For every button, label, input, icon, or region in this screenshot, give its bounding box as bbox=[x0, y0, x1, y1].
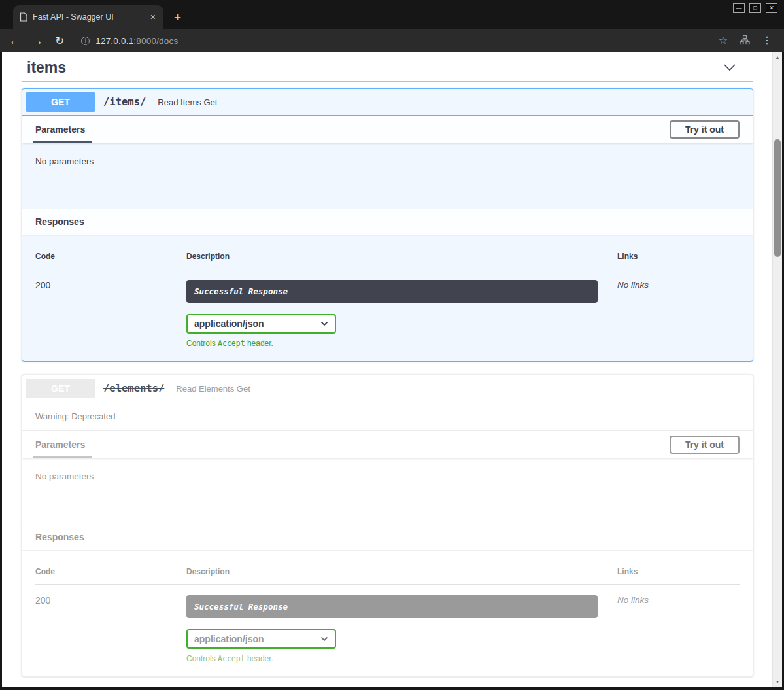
accept-note-suffix: header. bbox=[245, 339, 273, 348]
browser-menu-icon[interactable]: ⋮ bbox=[762, 35, 772, 46]
chevron-down-icon bbox=[320, 636, 328, 642]
parameters-section-header: Parameters Try it out bbox=[22, 431, 753, 458]
response-description-cell: Successful Response application/json Con… bbox=[186, 280, 617, 348]
accept-note-prefix: Controls bbox=[186, 339, 218, 348]
responses-section-header: Responses bbox=[22, 524, 753, 550]
accept-note-suffix: header. bbox=[245, 654, 273, 663]
tab-title: Fast API - Swagger UI bbox=[33, 12, 144, 22]
responses-table: Code Description Links 200 Successful Re… bbox=[22, 550, 753, 676]
no-parameters-text: No parameters bbox=[22, 458, 753, 524]
responses-table-header: Code Description Links bbox=[35, 567, 740, 585]
description-column-header: Description bbox=[186, 567, 617, 576]
accept-note-code: Accept bbox=[218, 339, 245, 348]
chevron-down-icon[interactable] bbox=[723, 63, 748, 71]
bookmark-star-icon[interactable]: ☆ bbox=[719, 35, 728, 46]
parameters-section-header: Parameters Try it out bbox=[22, 116, 753, 143]
opblock-get-elements-deprecated: GET /elements/ Read Elements Get Warning… bbox=[22, 375, 753, 677]
url-text: 127.0.0.1:8000/docs bbox=[95, 36, 178, 46]
response-row: 200 Successful Response application/json… bbox=[35, 269, 740, 348]
forward-icon[interactable]: → bbox=[32, 35, 43, 46]
links-value: No links bbox=[617, 595, 740, 663]
minimize-button[interactable]: — bbox=[733, 3, 745, 13]
parameters-tab-label: Parameters bbox=[35, 440, 85, 450]
url-host: 127.0.0.1 bbox=[95, 36, 133, 46]
links-value: No links bbox=[617, 280, 740, 348]
operation-summary[interactable]: GET /elements/ Read Elements Get bbox=[22, 375, 753, 402]
page-icon bbox=[20, 12, 27, 22]
maximize-button[interactable]: □ bbox=[749, 3, 761, 13]
reload-icon[interactable]: ↻ bbox=[55, 35, 64, 46]
response-description: Successful Response bbox=[186, 595, 598, 618]
parameters-tab[interactable]: Parameters bbox=[35, 116, 85, 143]
content-type-select[interactable]: application/json bbox=[186, 314, 336, 334]
code-column-header: Code bbox=[35, 252, 186, 261]
response-description: Successful Response bbox=[186, 280, 598, 303]
window-controls: — □ ✕ bbox=[733, 3, 777, 13]
content-type-select[interactable]: application/json bbox=[186, 629, 336, 649]
parameters-tab-label: Parameters bbox=[35, 124, 85, 135]
section-title: items bbox=[27, 59, 66, 76]
try-it-out-button[interactable]: Try it out bbox=[670, 436, 740, 454]
tag-section-header[interactable]: items bbox=[22, 54, 753, 82]
site-info-icon[interactable] bbox=[81, 37, 90, 45]
url-path: :8000/docs bbox=[133, 36, 178, 46]
address-bar[interactable]: 127.0.0.1:8000/docs bbox=[76, 36, 706, 46]
responses-section-header: Responses bbox=[22, 209, 753, 235]
links-column-header: Links bbox=[617, 252, 740, 261]
browser-window: Fast API - Swagger UI × + — □ ✕ ← → ↻ 12… bbox=[0, 0, 784, 690]
scrollbar-thumb[interactable] bbox=[774, 139, 781, 257]
accept-header-note: Controls Accept header. bbox=[186, 654, 598, 663]
new-tab-button[interactable]: + bbox=[174, 11, 181, 24]
response-description-cell: Successful Response application/json Con… bbox=[186, 595, 617, 663]
responses-heading: Responses bbox=[35, 216, 84, 227]
content-type-value: application/json bbox=[194, 634, 264, 644]
description-column-header: Description bbox=[186, 252, 617, 261]
toolbar-actions: ☆ ⋮ bbox=[719, 35, 775, 47]
operation-body: Parameters Try it out No parameters Resp… bbox=[22, 116, 753, 361]
code-column-header: Code bbox=[35, 567, 186, 576]
operation-path: /items/ bbox=[103, 96, 146, 108]
back-icon[interactable]: ← bbox=[9, 35, 20, 46]
accept-note-code: Accept bbox=[218, 654, 245, 663]
operation-summary[interactable]: GET /items/ Read Items Get bbox=[22, 89, 753, 116]
responses-table-header: Code Description Links bbox=[35, 252, 740, 269]
browser-toolbar: ← → ↻ 127.0.0.1:8000/docs ☆ ⋮ bbox=[0, 29, 784, 52]
operation-summary-text: Read Elements Get bbox=[176, 384, 250, 394]
method-badge: GET bbox=[26, 92, 95, 112]
tab-bar: Fast API - Swagger UI × + — □ ✕ bbox=[0, 0, 784, 29]
operation-path: /elements/ bbox=[103, 383, 164, 394]
try-it-out-button[interactable]: Try it out bbox=[670, 120, 740, 139]
page-viewport: items GET /items/ Read Items Get Paramet… bbox=[2, 52, 782, 687]
parameters-tab[interactable]: Parameters bbox=[35, 431, 85, 458]
accept-header-note: Controls Accept header. bbox=[186, 339, 598, 348]
operation-body: Parameters Try it out No parameters Resp… bbox=[22, 431, 753, 676]
opblock-get-items: GET /items/ Read Items Get Parameters Tr… bbox=[22, 88, 753, 362]
method-badge: GET bbox=[26, 379, 95, 398]
close-button[interactable]: ✕ bbox=[766, 3, 777, 13]
operation-summary-text: Read Items Get bbox=[158, 97, 217, 107]
tab-close-icon[interactable]: × bbox=[149, 12, 157, 22]
status-code: 200 bbox=[35, 595, 186, 663]
swagger-page: items GET /items/ Read Items Get Paramet… bbox=[2, 52, 782, 677]
accept-note-prefix: Controls bbox=[186, 654, 218, 663]
links-column-header: Links bbox=[617, 567, 740, 576]
content-type-value: application/json bbox=[194, 319, 264, 329]
no-parameters-text: No parameters bbox=[22, 143, 753, 209]
response-row: 200 Successful Response application/json… bbox=[35, 585, 740, 663]
deprecated-warning: Warning: Deprecated bbox=[22, 402, 753, 431]
responses-table: Code Description Links 200 Successful Re… bbox=[22, 235, 753, 361]
responses-heading: Responses bbox=[35, 532, 84, 542]
page-scrollbar[interactable]: ▲ ▼ bbox=[772, 52, 782, 687]
tab-groups-icon[interactable] bbox=[740, 35, 750, 47]
status-code: 200 bbox=[35, 280, 186, 348]
browser-tab[interactable]: Fast API - Swagger UI × bbox=[13, 5, 163, 29]
scroll-down-icon[interactable]: ▼ bbox=[773, 677, 782, 687]
scroll-up-icon[interactable]: ▲ bbox=[773, 52, 782, 62]
chevron-down-icon bbox=[320, 321, 328, 326]
